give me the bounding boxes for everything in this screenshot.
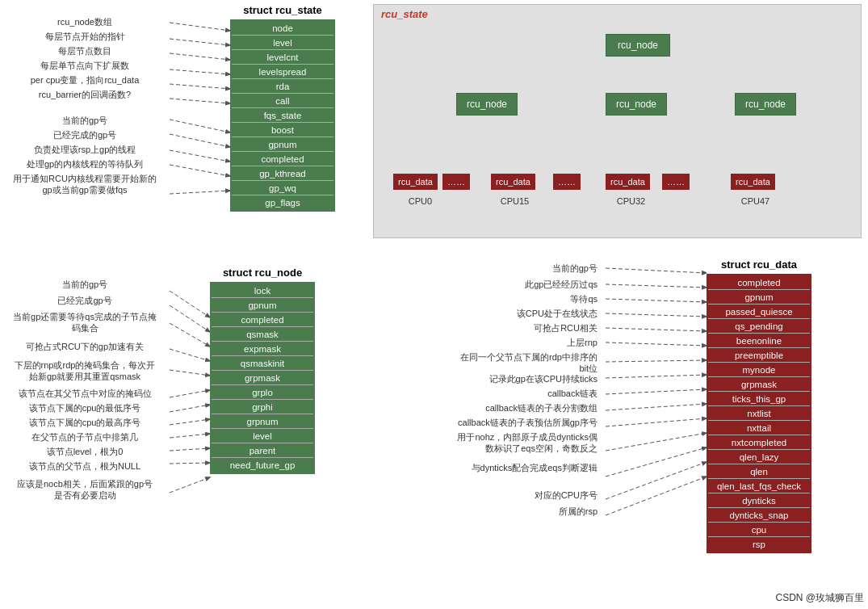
field-gpnum: gpnum [232,137,333,152]
leaf-rcu-data-1: rcu_data [393,174,438,190]
label-rn-qs-mask: 当前gp还需要等待qs完成的子节点掩码集合 [4,311,166,334]
struct-rcu-data-box: struct rcu_data completed gpnum passed_q… [707,258,811,553]
leaf-dots-3: …… [662,174,690,190]
label-current-gp: 当前的gp号 [4,115,166,127]
leaf-dots-2: …… [553,174,581,190]
svg-line-31 [606,389,707,394]
svg-line-23 [606,268,707,273]
field-levelcnt: levelcnt [232,50,333,65]
svg-line-0 [170,23,230,31]
rcu-state-tree-label: rcu_state [381,8,428,20]
cpu-label-32: CPU32 [609,196,653,206]
svg-line-13 [170,323,210,346]
cpu-label-0: CPU0 [398,196,442,206]
tree-root-node: rcu_node [606,34,670,57]
svg-line-10 [170,191,230,194]
struct-rcu-state-title: struct rcu_state [230,4,335,16]
field-level: level [232,36,333,50]
svg-line-26 [606,313,707,317]
field-rd-qlen-lazy: qlen_lazy [708,450,810,464]
mid-label-upper-rnp: 上层rnp [379,337,598,349]
mid-label-wait-qs: 等待qs [379,293,598,305]
label-rn-parent: 该节点的父节点，根为NULL [4,460,166,472]
svg-line-25 [606,299,707,302]
field-rd-mynode: mynode [708,363,810,377]
label-rn-need-future: 应该是nocb相关，后面紧跟的gp号是否有必要启动 [4,478,166,502]
label-gp-thread: 负责处理该rsp上gp的线程 [4,144,166,156]
field-need-future-gp: need_future_gp [212,458,313,472]
label-rn-preempt: 可抢占式RCU下的gp加速有关 [4,341,166,353]
svg-line-3 [170,69,230,74]
svg-line-12 [170,305,210,332]
label-layer-cnt: 每层节点数目 [4,45,166,57]
field-node: node [232,21,333,36]
svg-line-8 [170,150,230,162]
cpu-label-15: CPU15 [493,196,537,206]
field-rd-nxtlist: nxtlist [708,406,810,421]
field-rn-level: level [212,429,313,443]
mid-label-nohz: 用于nohz，内部原子成员dynticks偶数标识了eqs空闲，奇数反之 [379,431,598,455]
mid-label-eqs: 与dynticks配合完成eqs判断逻辑 [379,462,598,474]
field-lock: lock [212,284,313,298]
label-rn-expmask: 下层的rnp或rdp的掩码集合，每次开始新gp就要用其重置qsmask [4,359,166,383]
svg-line-33 [606,418,707,426]
field-rn-completed: completed [212,313,313,327]
watermark: CSDN @玫城狮百里 [775,591,864,605]
tree-level1-node1: rcu_node [456,93,518,116]
field-fqs-state: fqs_state [232,108,333,123]
field-parent: parent [212,443,313,458]
leaf-rcu-data-4: rcu_data [731,174,775,190]
svg-line-11 [170,291,210,317]
struct-rcu-data-fields: completed gpnum passed_quiesce qs_pendin… [707,274,811,553]
svg-line-20 [170,448,210,451]
struct-rcu-data-title: struct rcu_data [707,258,811,271]
svg-line-17 [170,405,210,412]
field-rd-cpu: cpu [708,523,810,537]
svg-line-22 [170,477,210,493]
svg-line-37 [606,477,707,515]
svg-line-9 [170,165,230,176]
svg-line-27 [606,328,707,331]
field-gp-wq: gp_wq [232,181,333,195]
field-levelspread: levelspread [232,65,333,79]
mid-label-rsp: 所属的rsp [379,506,598,518]
mid-label-preempt: 可抢占RCU相关 [379,322,598,334]
field-gp-kthread: gp_kthread [232,166,333,181]
field-rd-gpnum: gpnum [708,290,810,304]
label-gp-wq-label: 处理gp的内核线程的等待队列 [4,158,166,170]
field-rd-grpmask: grpmask [708,377,810,392]
label-completed-gp: 已经完成的gp号 [4,129,166,141]
field-rd-qs-pending: qs_pending [708,319,810,334]
svg-line-4 [170,84,230,89]
mid-label-online: 该CPU处于在线状态 [379,308,598,320]
tree-level1-node2: rcu_node [606,93,667,116]
struct-rcu-node-box: struct rcu_node lock gpnum completed qsm… [210,267,315,474]
field-grphi: grphi [212,400,313,414]
mid-label-cpu-num: 对应的CPU序号 [379,489,598,502]
mid-label-cb-gp: callback链表的子表预估所属gp序号 [379,417,598,429]
field-rd-rsp: rsp [708,537,810,552]
field-call: call [232,94,333,108]
struct-rcu-state-box: struct rcu_state node level levelcnt lev… [230,4,335,212]
field-qsmaskinit: qsmaskinit [212,356,313,371]
field-rd-qlen: qlen [708,464,810,479]
label-notify-rcu: 用于通知RCU内核线程需要开始新的gp或当前gp需要做fqs [4,173,166,196]
field-rd-completed: completed [708,275,810,290]
label-rn-level: 该节点level，根为0 [4,446,166,458]
leaf-dots-1: …… [442,174,470,190]
field-rn-gpnum: gpnum [212,298,313,313]
svg-line-5 [170,99,230,103]
svg-line-2 [170,53,230,60]
mid-label-cb-list: callback链表 [379,388,598,400]
field-boost: boost [232,123,333,137]
label-layer-expand: 每层单节点向下扩展数 [4,60,166,72]
svg-line-28 [606,342,707,346]
tree-level1-node3: rcu_node [735,93,796,116]
svg-line-32 [606,404,707,410]
struct-rcu-node-title: struct rcu_node [210,267,315,279]
mid-label-cb-seg: callback链表的子表分割数组 [379,402,598,414]
svg-line-7 [170,134,230,147]
field-grpmask: grpmask [212,371,313,385]
field-rd-passed-quiesce: passed_quiesce [708,304,810,319]
mid-label-ticks: 记录此gp在该CPU持续ticks [379,373,598,385]
